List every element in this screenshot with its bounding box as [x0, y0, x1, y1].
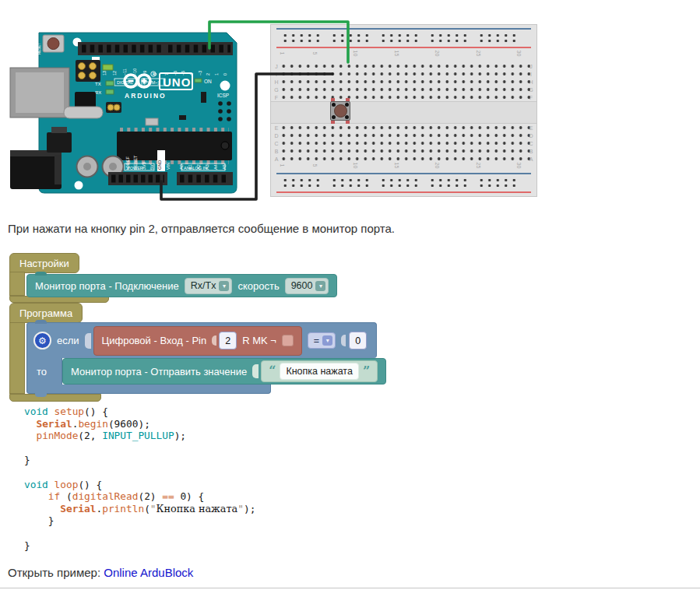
breadboard-channel — [271, 101, 536, 124]
column-label: 10 — [353, 48, 358, 59]
svg-text:12: 12 — [112, 71, 117, 76]
settings-hat-label: Настройки — [19, 258, 69, 269]
led-rx-label: RX — [95, 90, 101, 95]
if-label: если — [57, 335, 79, 346]
board-components — [47, 60, 232, 177]
svg-text:13: 13 — [102, 71, 107, 76]
column-label: 20 — [434, 160, 440, 171]
row-letters: E D C B A — [273, 125, 280, 163]
compare-value-field[interactable]: 0 — [349, 332, 367, 349]
digital-pin-labels: AREF GND 13 12 ~11 ~10 ~9 8 7 ~6 ~5 4 ~3… — [82, 57, 227, 77]
capacitor — [103, 156, 124, 177]
svg-text:VIN: VIN — [166, 163, 171, 170]
svg-text:~5: ~5 — [181, 71, 185, 76]
if-block-bottom — [26, 385, 271, 394]
gear-icon[interactable]: ⚙ — [33, 332, 51, 349]
serial-send-block[interactable]: Монитор порта - Отправить значение “ Кно… — [62, 358, 386, 385]
svg-text:(PWM~): (PWM~) — [143, 80, 159, 85]
serial-send-label: Монитор порта - Отправить значение — [71, 366, 247, 378]
footer: Открыть пример: Online ArduBlock — [8, 566, 193, 579]
svg-text:RESET: RESET — [133, 155, 138, 170]
program-hat-label: Программа — [19, 307, 72, 319]
rail-red-line — [276, 191, 531, 193]
serial-connect-block[interactable]: Монитор порта - Подключение Rx/Tx ▾ скор… — [26, 274, 337, 297]
pin-field[interactable]: 2 — [219, 332, 237, 349]
power-analog-headers — [108, 172, 233, 185]
column-label: 20 — [434, 48, 440, 59]
svg-text:7: 7 — [164, 73, 169, 76]
arduino-code: void setup() { Serial.begin(9600); pinMo… — [24, 406, 255, 551]
rail-blue-line — [276, 173, 531, 174]
speed-dropdown[interactable]: 9600 ▾ — [285, 278, 329, 294]
compare-dropdown[interactable]: = ▾ — [308, 332, 336, 349]
column-label: 1 — [280, 160, 285, 171]
column-label: 10 — [353, 160, 358, 171]
socket-cup — [85, 333, 91, 349]
power-jack — [10, 150, 62, 189]
column-label: 15 — [394, 48, 399, 59]
brand-label: ARDUINO — [125, 92, 167, 100]
digital-header — [78, 42, 233, 55]
minus-icon — [128, 80, 134, 83]
pullup-toggle[interactable] — [282, 335, 294, 346]
string-field[interactable]: Кнопка нажата — [280, 363, 359, 380]
mounting-hole — [220, 81, 230, 91]
led-rx-icon — [106, 90, 114, 94]
arduino-board — [39, 33, 237, 193]
settings-hat-block[interactable]: Настройки — [9, 253, 79, 273]
svg-text:3V3: 3V3 — [142, 162, 146, 170]
board-leds: L TX RX ON — [95, 65, 212, 95]
breadboard-top-rail — [275, 28, 533, 48]
digital-read-block[interactable]: Цифровой - Вход - Pin 2 R MK ¬ — [93, 326, 302, 356]
led-tx-icon — [106, 81, 114, 86]
led-on-icon — [195, 79, 202, 83]
close-quote-icon: ” — [363, 365, 370, 378]
svg-text:8: 8 — [153, 73, 157, 76]
breadboard-bottom-rail — [275, 173, 533, 193]
serial-connect-label: Монитор порта - Подключение — [35, 280, 179, 292]
svg-text:ICSP: ICSP — [217, 93, 229, 98]
mounting-hole — [73, 38, 82, 47]
ardublock-link[interactable]: Online ArduBlock — [104, 566, 193, 579]
atmega-chip — [117, 132, 232, 160]
column-label: 15 — [394, 160, 399, 171]
led-on-label: ON — [204, 79, 212, 84]
chevron-down-icon: ▾ — [322, 335, 332, 346]
string-block[interactable]: “ Кнопка нажата ” — [261, 360, 378, 382]
port-dropdown[interactable]: Rx/Tx ▾ — [185, 278, 233, 294]
crystal-oscillator — [64, 107, 103, 118]
then-slot: то — [26, 358, 62, 385]
socket-cup — [341, 335, 346, 346]
svg-text:A1: A1 — [188, 164, 192, 170]
program-hat-block[interactable]: Программа — [9, 303, 83, 323]
speed-label: скорость — [237, 280, 279, 292]
svg-text:~3: ~3 — [198, 71, 202, 76]
column-label: 1 — [280, 48, 285, 59]
icsp-header: ICSP — [217, 93, 231, 121]
row-letters: E D C B A — [528, 125, 534, 163]
reset-button: RESET — [37, 35, 64, 54]
divider — [0, 588, 700, 588]
voltage-regulator — [47, 132, 72, 153]
column-label: 5 — [312, 48, 318, 59]
plus-icon — [143, 79, 146, 84]
svg-text:A4: A4 — [213, 164, 218, 170]
svg-text:GND: GND — [157, 160, 162, 170]
capacitor — [77, 156, 98, 177]
socket-cup — [212, 335, 216, 346]
button-cap — [334, 104, 347, 118]
svg-text:A5: A5 — [222, 164, 227, 170]
svg-text:~6: ~6 — [173, 71, 178, 76]
breadboard-holes-bottom — [280, 124, 530, 163]
rail-holes — [281, 177, 526, 188]
row-letters: J I H G F — [273, 63, 280, 102]
registered-mark: R — [153, 72, 156, 76]
description-text: При нажати на кнопку pin 2, отправляется… — [8, 222, 395, 235]
block-editor: Настройки Монитор порта - Подключение Rx… — [8, 251, 444, 406]
if-block[interactable]: ⚙ если Цифровой - Вход - Pin 2 R MK ¬ = … — [26, 322, 377, 358]
column-label: 5 — [312, 160, 318, 171]
rail-holes — [281, 33, 526, 44]
plus-icon — [142, 80, 147, 83]
rail-blue-line — [276, 28, 531, 30]
chevron-down-icon: ▾ — [315, 281, 325, 291]
